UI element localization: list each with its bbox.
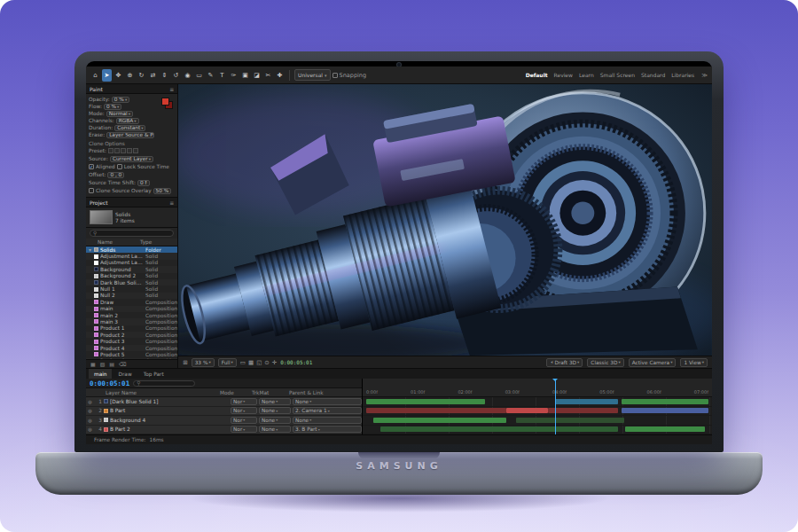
project-item[interactable]: Adjustment Layer 2Solid [86,253,177,259]
source-time-shift-value[interactable]: 0 f [137,180,150,186]
camera-dropdown[interactable]: Active Camera [629,358,677,367]
clone-preset-button[interactable] [121,148,126,153]
layer-duration-bar[interactable] [373,418,506,423]
lock-source-time-checkbox[interactable] [117,164,122,169]
timeline-layer-row[interactable]: ◎4B Part 2NorNone3. B Part [86,426,362,435]
column-name[interactable]: Name [98,239,140,245]
layer-duration-bar[interactable] [622,399,709,404]
eraser-tool-icon[interactable]: ◪ [252,69,262,82]
snapping-checkbox[interactable] [332,73,338,78]
transparency-grid-icon[interactable]: ▦ [248,359,254,366]
timeline-layer-row[interactable]: ◎3Background 4NorNoneNone [86,416,362,426]
selection-tool-icon[interactable]: ➤ [102,69,112,82]
layer-duration-bar[interactable] [555,399,618,404]
camera-tool-icon[interactable]: ◉ [183,69,192,82]
layer-trkmat-dropdown[interactable]: None [259,426,291,433]
type-tool-icon[interactable]: T [217,69,227,82]
interpret-footage-icon[interactable]: ▦ [90,361,96,367]
visibility-icon[interactable]: ◎ [86,408,94,413]
layer-parent-dropdown[interactable]: None [293,398,362,405]
project-column-headers[interactable]: Name Type [86,239,177,246]
layer-color-chip[interactable] [104,418,108,422]
workspace-tab-default[interactable]: Default [526,72,548,78]
property-value-dropdown[interactable]: Normal [106,111,133,117]
layer-color-chip[interactable] [104,409,108,413]
column-mode[interactable]: Mode [220,390,250,395]
timeline-layer-row[interactable]: ◎1[Dark Blue Solid 1]NorNoneNone [86,397,362,407]
project-item[interactable]: BackgroundSolid [86,266,177,272]
layer-duration-bar[interactable] [622,408,709,413]
clone-preset-button[interactable] [133,148,138,153]
layer-duration-bar[interactable] [625,426,706,432]
roto-brush-tool-icon[interactable]: ✂ [263,69,273,82]
home-icon[interactable]: ⌂ [90,69,100,82]
layer-color-chip[interactable] [104,399,108,403]
layer-duration-bar[interactable] [380,426,618,432]
playhead[interactable] [555,379,556,434]
project-search-input[interactable]: ⚲ [90,230,174,237]
universal-dropdown[interactable]: Universal [294,69,331,81]
orbit-camera-tool-icon[interactable]: ↻ [137,69,146,82]
offset-value[interactable]: 0 , 0 [107,172,124,178]
new-folder-icon[interactable]: ▧ [100,361,106,367]
zoom-tool-icon[interactable]: ⊕ [125,69,135,82]
timeline-tab-top-part[interactable]: Top Part [138,369,169,379]
project-item[interactable]: Product 4Composition [86,345,177,351]
viewer-timecode[interactable]: 0:00:05:01 [280,359,312,365]
timeline-tab-main[interactable]: main [89,369,112,379]
project-item[interactable]: Null 2Solid [86,293,177,299]
current-timecode[interactable]: 0:00:05:01 [90,379,129,387]
foreground-color-swatch[interactable] [161,98,169,106]
visibility-icon[interactable]: ◎ [86,426,94,432]
rotation-tool-icon[interactable]: ↺ [171,69,181,82]
property-value-dropdown[interactable]: 0 % [104,104,121,110]
panel-menu-icon[interactable]: ≡ [169,86,174,92]
layer-duration-bar[interactable] [506,408,548,413]
workspace-tab-review[interactable]: Review [554,72,573,78]
project-item[interactable]: mainComposition [86,306,177,312]
project-item[interactable]: DrawComposition [86,299,177,305]
region-of-interest-icon[interactable]: ▭ [240,359,246,366]
pan-camera-tool-icon[interactable]: ⇄ [148,69,158,82]
layer-parent-dropdown[interactable]: None [293,417,362,424]
magnification-dropdown[interactable]: 33 % [192,358,215,367]
column-parent-link[interactable]: Parent & Link [289,390,362,395]
layer-duration-bar[interactable] [366,408,506,413]
view-layout-dropdown[interactable]: 1 View [680,358,708,367]
resolution-dropdown[interactable]: Full [218,358,237,367]
layer-trkmat-dropdown[interactable]: None [259,417,291,424]
layer-trkmat-dropdown[interactable]: None [259,398,291,405]
layer-parent-dropdown[interactable]: 3. B Part [293,426,362,433]
layer-mode-dropdown[interactable]: Nor [231,407,257,414]
column-trkmat[interactable]: TrkMat [252,390,287,395]
project-item[interactable]: Adjustment Layer 4Solid [86,260,177,266]
fast-preview-dropdown[interactable]: ⚡ Draft 3D [546,358,583,367]
clone-preset-button[interactable] [114,148,120,153]
composition-canvas[interactable] [178,84,712,356]
clone-preset-button[interactable] [127,148,132,153]
visibility-icon[interactable]: ◎ [86,399,94,404]
paint-panel-tab[interactable]: Paint ≡ [86,84,177,94]
layer-mode-dropdown[interactable]: Nor [231,417,257,424]
project-item[interactable]: Null 1Solid [86,286,177,292]
project-item[interactable]: Product 3Composition [86,338,177,344]
puppet-pin-tool-icon[interactable]: ✚ [275,69,285,82]
timeline-search-input[interactable]: ⚲ [133,380,195,387]
panel-menu-icon[interactable]: ≡ [169,200,174,206]
property-value-dropdown[interactable]: Layer Source & Paint [106,132,154,138]
project-item[interactable]: Dark Blue Solid 2Solid [86,279,177,286]
project-item[interactable]: main 3Composition [86,318,177,325]
new-composition-icon[interactable]: ▤ [109,361,114,367]
project-item[interactable]: Product 5Composition [86,351,177,357]
timeline-tab-draw[interactable]: Draw [113,369,137,379]
project-item[interactable]: ▾SolidsFolder [86,246,177,253]
workspace-tab-small-screen[interactable]: Small Screen [600,72,635,78]
project-item[interactable]: Background 2Solid [86,273,177,279]
column-type[interactable]: Type [140,239,152,245]
aligned-checkbox[interactable] [89,164,94,169]
workspace-tab-libraries[interactable]: Libraries [671,72,694,78]
layer-color-chip[interactable] [104,427,108,432]
timeline-ruler[interactable]: 0:00f01:00f02:00f03:00f04:00f05:00f06:00… [363,379,712,397]
timeline-track-area[interactable]: 0:00f01:00f02:00f03:00f04:00f05:00f06:00… [363,379,712,434]
hand-tool-icon[interactable]: ✥ [113,69,123,82]
